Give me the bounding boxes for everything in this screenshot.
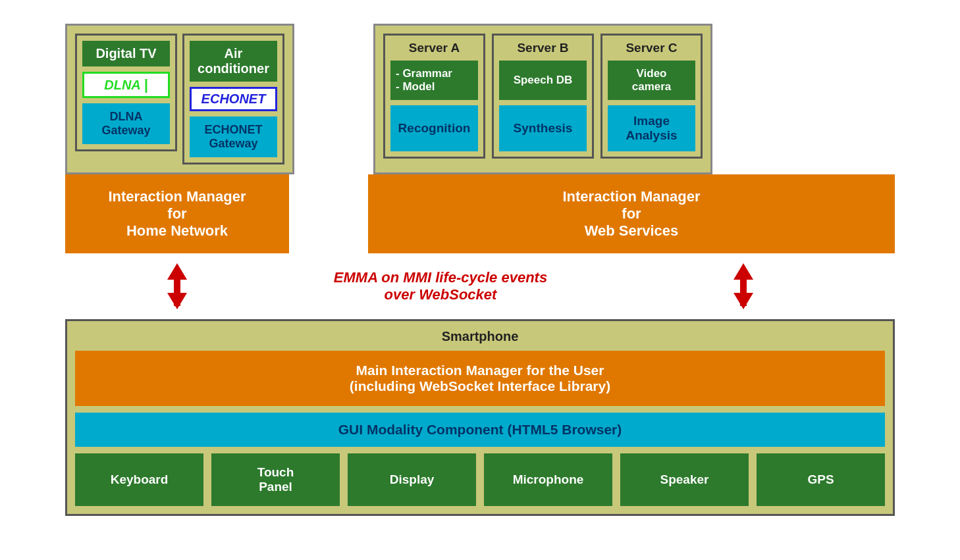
- digital-tv-box: Digital TV DLNA | DLNAGateway: [75, 34, 177, 151]
- im-web-services: Interaction ManagerforWeb Services: [368, 174, 895, 253]
- im-row: Interaction ManagerforHome Network Inter…: [65, 174, 895, 253]
- server-b-box: Server B Speech DB Synthesis: [492, 34, 594, 159]
- server-b-content: Speech DB: [499, 61, 587, 100]
- svg-marker-4: [733, 263, 753, 280]
- emma-text-container: EMMA on MMI life-cycle eventsover WebSoc…: [289, 269, 592, 303]
- gui-box: GUI Modality Component (HTML5 Browser): [75, 413, 885, 447]
- main-diagram: Digital TV DLNA | DLNAGateway Airconditi…: [52, 11, 908, 550]
- top-row: Digital TV DLNA | DLNAGateway Airconditi…: [65, 24, 895, 174]
- arrow-right-container: [592, 260, 895, 313]
- right-cluster: Server A - Grammar- Model Recognition Se…: [373, 24, 712, 174]
- spacer: [321, 24, 347, 174]
- emma-label: EMMA on MMI life-cycle eventsover WebSoc…: [334, 269, 547, 303]
- touch-panel-box: TouchPanel: [211, 453, 340, 506]
- recognition-box: Recognition: [390, 105, 478, 151]
- left-double-arrow-icon: [161, 260, 194, 313]
- arrow-row: EMMA on MMI life-cycle eventsover WebSoc…: [65, 260, 895, 313]
- arrow-left-container: [65, 260, 289, 313]
- svg-rect-5: [740, 280, 747, 293]
- air-conditioner-label: Airconditioner: [190, 41, 277, 82]
- keyboard-box: Keyboard: [75, 453, 203, 506]
- air-conditioner-box: Airconditioner ECHONET ECHONETGateway: [182, 34, 284, 165]
- server-a-content: - Grammar- Model: [390, 61, 478, 100]
- right-double-arrow-icon: [727, 260, 760, 313]
- digital-tv-label: Digital TV: [82, 41, 170, 66]
- svg-marker-7: [733, 293, 753, 309]
- server-a-box: Server A - Grammar- Model Recognition: [383, 34, 485, 159]
- im-home-network: Interaction ManagerforHome Network: [65, 174, 289, 253]
- server-b-title: Server B: [517, 41, 568, 55]
- display-box: Display: [348, 453, 476, 506]
- dlna-brand: DLNA |: [82, 72, 170, 98]
- main-im-box: Main Interaction Manager for the User(in…: [75, 351, 885, 406]
- svg-rect-1: [174, 280, 180, 293]
- server-c-box: Server C Videocamera ImageAnalysis: [600, 34, 703, 159]
- smartphone-title: Smartphone: [75, 329, 885, 344]
- left-cluster: Digital TV DLNA | DLNAGateway Airconditi…: [65, 24, 294, 174]
- dlna-gateway: DLNAGateway: [82, 103, 170, 144]
- echonet-gateway: ECHONETGateway: [190, 116, 277, 157]
- spacer2: [315, 174, 342, 253]
- devices-row: Keyboard TouchPanel Display Microphone S…: [75, 453, 885, 506]
- microphone-box: Microphone: [484, 453, 612, 506]
- smartphone-box: Smartphone Main Interaction Manager for …: [65, 319, 895, 516]
- server-a-title: Server A: [409, 41, 460, 55]
- synthesis-box: Synthesis: [499, 105, 587, 151]
- echonet-brand: ECHONET: [190, 87, 277, 111]
- server-c-title: Server C: [626, 41, 677, 55]
- svg-marker-3: [167, 293, 187, 309]
- server-c-content: Videocamera: [608, 61, 695, 100]
- svg-marker-0: [167, 263, 187, 280]
- image-analysis-box: ImageAnalysis: [608, 105, 695, 151]
- speaker-box: Speaker: [620, 453, 749, 506]
- gps-box: GPS: [757, 453, 885, 506]
